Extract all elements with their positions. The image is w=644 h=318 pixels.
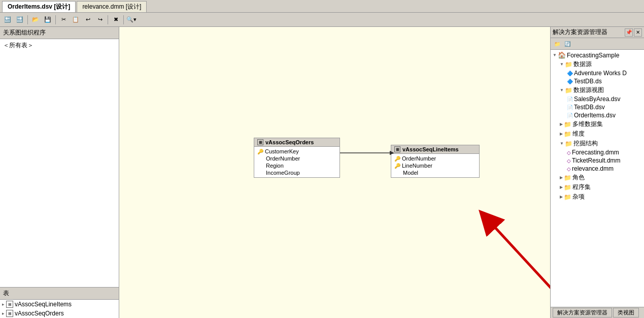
dsv-folder-icon: 📁 [565,87,572,94]
toolbar-btn-delete[interactable]: ✖ [110,14,121,25]
db-table-lineitems-header: ⊞ vAssocSeqLineItems [391,145,479,154]
rp-testdb-dsv[interactable]: 📄 TestDB.dsv [552,103,643,111]
mining-folder-icon: 📁 [565,140,572,147]
rp-orderitems-dsv[interactable]: 📄 OrderItems.dsv [552,111,643,119]
rp-orderitems-dsv-label: OrderItems.dsv [574,112,616,119]
rp-misc-folder[interactable]: ▶ 📁 杂项 [552,192,643,202]
dimension-expand: ▶ [560,132,563,136]
table-icon-1: ⊞ [6,301,13,308]
toolbar-btn-2[interactable]: 🔜 [14,14,25,25]
tab-relevance[interactable]: relevance.dmm [设计] [77,1,147,12]
toolbar-btn-1[interactable]: 🔙 [2,14,13,25]
close-button[interactable]: ✕ [634,28,642,37]
right-panel-toolbar: 📁 🔄 [551,38,644,50]
ticketresult-dmm-icon: ◇ [567,158,571,164]
assembly-folder-icon: 📁 [564,184,571,191]
field-row-customerkey: 🔑 CustomerKey [256,148,337,155]
bottom-tab-solution[interactable]: 解决方案资源管理器 [553,308,612,317]
rp-adventureworks-label: Adventure Works D [574,70,627,77]
rp-testdb-ds[interactable]: 🔷 TestDB.ds [552,77,643,85]
toolbar-btn-copy[interactable]: 📋 [70,14,81,25]
table-item-orders[interactable]: ▸ ⊞ vAssocSeqOrders [0,309,119,318]
root-folder-icon: 🏠 [558,51,566,59]
right-panel: 解决方案资源管理器 📌 ✕ 📁 🔄 ▼ 🏠 ForecastingSample … [550,27,644,318]
rp-dimension-folder[interactable]: ▶ 📁 维度 [552,129,643,139]
testdb-dsv-icon: 📄 [567,105,573,110]
rp-testdb-ds-label: TestDB.ds [574,78,602,85]
field-row-incomegroup: IncomeGroup [256,169,337,176]
db-table-vAssocSeqOrders[interactable]: ⊞ vAssocSeqOrders 🔑 CustomerKey OrderNum… [254,138,340,178]
right-panel-title-row: 解决方案资源管理器 📌 ✕ [551,27,644,38]
datasource-expand: ▼ [560,62,564,67]
toolbar-btn-redo[interactable]: ↪ [94,14,106,25]
cube-folder-icon: 📁 [564,121,571,128]
rp-cube-folder[interactable]: ▶ 📁 多维数据集 [552,119,643,129]
rp-datasource-label: 数据源 [573,60,592,69]
db-table-lineitems-name: vAssocSeqLineItems [402,146,459,152]
toolbar-btn-undo[interactable]: ↩ [82,14,93,25]
adventureworks-icon: 🔷 [567,71,573,76]
cube-expand: ▶ [560,122,563,126]
field-row-model: Model [393,169,477,176]
rp-testdb-dsv-label: TestDB.dsv [574,104,605,111]
rp-salesbyarea-label: SalesByArea.dsv [574,96,620,103]
pin-button[interactable]: 📌 [625,28,633,37]
key-icon-ordernumber2: 🔑 [394,156,400,162]
table-item-lineItems[interactable]: ▸ ⊞ vAssocSeqLineItems [0,300,119,309]
key-icon-customerkey: 🔑 [257,149,263,154]
rp-assembly-folder[interactable]: ▶ 📁 程序集 [552,182,643,192]
field-model: Model [403,170,418,176]
toolbar-btn-cut[interactable]: ✂ [58,14,69,25]
relation-group-all-tables[interactable]: ＜所有表＞ [1,40,118,51]
toolbar-btn-zoom[interactable]: 🔍▾ [126,14,137,25]
relation-group-content: ＜所有表＞ [0,39,119,287]
salesbyarea-icon: 📄 [567,97,573,102]
main-layout: 关系图组织程序 ＜所有表＞ 表 ▸ ⊞ vAssocSeqLineItems ▸… [0,27,644,318]
table-name-1: vAssocSeqLineItems [15,301,72,308]
rp-datasource-folder[interactable]: ▼ 📁 数据源 [552,59,643,69]
testdb-ds-icon: 🔷 [567,79,573,84]
rp-salesbyarea[interactable]: 📄 SalesByArea.dsv [552,95,643,103]
rp-relevance-dmm[interactable]: ◇ relevance.dmm [552,165,643,173]
expand-icon-2: ▸ [2,311,5,316]
bottom-tab-classview[interactable]: 类视图 [613,308,639,317]
rp-forecasting-dmm[interactable]: ◇ Forecasting.dmm [552,148,643,156]
rp-adventureworks[interactable]: 🔷 Adventure Works D [552,69,643,77]
field-row-region: Region [256,162,337,169]
rp-role-folder[interactable]: ▶ 📁 角色 [552,173,643,182]
rp-toolbar-btn-2[interactable]: 🔄 [563,39,572,48]
datasource-folder-icon: 📁 [565,61,572,68]
rp-role-label: 角色 [572,173,585,182]
rp-dsv-folder[interactable]: ▼ 📁 数据源视图 [552,85,643,95]
toolbar-btn-save[interactable]: 💾 [42,14,53,25]
dimension-folder-icon: 📁 [564,131,571,138]
rp-misc-label: 杂项 [572,193,585,201]
toolbar-sep-1 [27,15,28,24]
tab-orderitems[interactable]: OrderItems.dsv [设计] [2,1,76,12]
db-table-orders-body: 🔑 CustomerKey OrderNumber Region IncomeG… [254,147,340,177]
db-table-vAssocSeqLineItems[interactable]: ⊞ vAssocSeqLineItems 🔑 OrderNumber 🔑 Lin… [391,145,480,178]
rp-root[interactable]: ▼ 🏠 ForecastingSample [552,51,643,59]
toolbar-sep-4 [123,15,124,24]
toolbar-btn-open[interactable]: 📂 [30,14,41,25]
misc-folder-icon: 📁 [564,194,571,201]
rp-ticketresult-dmm[interactable]: ◇ TicketResult.dmm [552,156,643,165]
rp-mining-folder[interactable]: ▼ 📁 挖掘结构 [552,139,643,148]
all-tables-label: ＜所有表＞ [3,41,33,50]
red-arrow-line [487,219,550,299]
expand-icon-1: ▸ [2,302,5,307]
rp-cube-label: 多维数据集 [572,120,603,129]
field-customerkey: CustomerKey [265,148,299,154]
mining-expand: ▼ [560,141,564,146]
db-table-lineitems-body: 🔑 OrderNumber 🔑 LineNumber Model [391,154,479,177]
rp-dimension-label: 维度 [572,130,585,138]
canvas-area[interactable]: ⊞ vAssocSeqOrders 🔑 CustomerKey OrderNum… [119,27,550,318]
dsv-expand: ▼ [560,88,564,92]
rp-root-label: ForecastingSample [567,52,619,59]
orderitems-dsv-icon: 📄 [567,113,573,118]
rp-toolbar-btn-1[interactable]: 📁 [553,39,562,48]
db-table-orders-name: vAssocSeqOrders [265,139,314,145]
db-table-orders-header: ⊞ vAssocSeqOrders [254,138,340,147]
rp-mining-label: 挖掘结构 [573,139,598,148]
table-hdr-icon-orders: ⊞ [257,139,263,145]
